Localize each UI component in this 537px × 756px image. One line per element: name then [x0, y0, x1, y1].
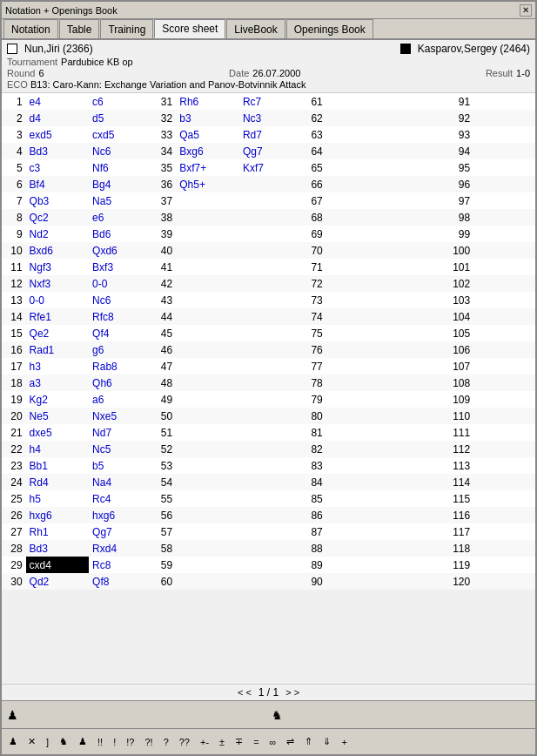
move-black3-66[interactable]: [387, 176, 449, 192]
move-white4-108[interactable]: [473, 375, 535, 391]
move-white4-115[interactable]: [473, 490, 535, 507]
move-white-6[interactable]: Bf4: [26, 176, 90, 192]
move-white4-99[interactable]: [473, 226, 535, 242]
move-white3-65[interactable]: [326, 159, 388, 176]
move-white4-106[interactable]: [473, 341, 535, 358]
move-black2-36[interactable]: [239, 176, 302, 192]
move-black3-63[interactable]: [387, 126, 449, 143]
tab-training[interactable]: Training: [100, 19, 153, 38]
move-white3-83[interactable]: [326, 457, 388, 474]
move-white4-102[interactable]: [473, 275, 535, 292]
move-white4-120[interactable]: [473, 573, 535, 590]
move-black2-59[interactable]: [239, 557, 302, 573]
move-white2-32[interactable]: b3: [176, 110, 239, 126]
move-white2-41[interactable]: [176, 259, 239, 275]
move-white2-33[interactable]: Qa5: [176, 126, 239, 143]
move-black2-48[interactable]: [239, 375, 302, 391]
move-white2-36[interactable]: Qh5+: [176, 176, 239, 192]
move-white2-40[interactable]: [176, 242, 239, 259]
move-white-25[interactable]: h5: [26, 490, 90, 507]
move-white4-97[interactable]: [473, 192, 535, 209]
move-white2-50[interactable]: [176, 408, 239, 424]
move-white2-47[interactable]: [176, 358, 239, 375]
move-black-5[interactable]: Nf6: [89, 159, 152, 176]
move-white4-95[interactable]: [473, 159, 535, 176]
move-black2-32[interactable]: Nc3: [239, 110, 302, 126]
move-black2-40[interactable]: [239, 242, 302, 259]
move-white4-98[interactable]: [473, 209, 535, 226]
move-black-18[interactable]: Qh6: [89, 375, 152, 391]
move-white-17[interactable]: h3: [26, 358, 90, 375]
move-white2-59[interactable]: [176, 557, 239, 573]
move-white3-77[interactable]: [326, 358, 388, 375]
move-white3-86[interactable]: [326, 507, 388, 523]
move-white-13[interactable]: 0-0: [26, 292, 90, 308]
move-black-25[interactable]: Rc4: [89, 490, 152, 507]
move-white2-52[interactable]: [176, 441, 239, 457]
move-black2-35[interactable]: Kxf7: [239, 159, 302, 176]
move-white-5[interactable]: c3: [26, 159, 90, 176]
move-black-19[interactable]: a6: [89, 391, 152, 408]
move-white2-38[interactable]: [176, 209, 239, 226]
move-black2-33[interactable]: Rd7: [239, 126, 302, 143]
move-black2-38[interactable]: [239, 209, 302, 226]
move-white-8[interactable]: Qc2: [26, 209, 90, 226]
move-black2-55[interactable]: [239, 490, 302, 507]
move-black-17[interactable]: Rab8: [89, 358, 152, 375]
move-black-11[interactable]: Bxf3: [89, 259, 152, 275]
move-white3-61[interactable]: [326, 93, 388, 110]
first-page-button[interactable]: < <: [238, 687, 252, 698]
move-white-11[interactable]: Ngf3: [26, 259, 90, 275]
move-black-13[interactable]: Nc6: [89, 292, 152, 308]
move-black3-86[interactable]: [387, 507, 449, 523]
move-white3-73[interactable]: [326, 292, 388, 308]
move-black-21[interactable]: Nd7: [89, 424, 152, 441]
move-white2-49[interactable]: [176, 391, 239, 408]
move-white4-100[interactable]: [473, 242, 535, 259]
move-white4-109[interactable]: [473, 391, 535, 408]
x-btn[interactable]: ✕: [24, 734, 39, 749]
move-black-28[interactable]: Rxd4: [89, 540, 152, 557]
move-white2-39[interactable]: [176, 226, 239, 242]
move-black3-79[interactable]: [387, 391, 449, 408]
move-black3-65[interactable]: [387, 159, 449, 176]
move-white2-44[interactable]: [176, 308, 239, 325]
move-white3-68[interactable]: [326, 209, 388, 226]
move-black-8[interactable]: e6: [89, 209, 152, 226]
move-white-1[interactable]: e4: [26, 93, 90, 110]
move-black3-71[interactable]: [387, 259, 449, 275]
move-white2-45[interactable]: [176, 325, 239, 341]
tab-openingsbook[interactable]: Openings Book: [286, 19, 373, 38]
move-white2-46[interactable]: [176, 341, 239, 358]
up-btn[interactable]: ⇑: [301, 734, 316, 749]
move-black-29[interactable]: Rc8: [89, 557, 152, 573]
move-black-1[interactable]: c6: [89, 93, 152, 110]
move-white2-31[interactable]: Rh6: [176, 93, 239, 110]
move-black2-34[interactable]: Qg7: [239, 143, 302, 159]
tab-scoresheet[interactable]: Score sheet: [154, 19, 225, 38]
pm-btn[interactable]: ±: [216, 735, 228, 749]
move-white-24[interactable]: Rd4: [26, 474, 90, 490]
move-white-29[interactable]: cxd4: [26, 557, 90, 573]
move-black3-85[interactable]: [387, 490, 449, 507]
move-black3-89[interactable]: [387, 557, 449, 573]
move-white3-84[interactable]: [326, 474, 388, 490]
move-white-9[interactable]: Nd2: [26, 226, 90, 242]
move-black2-46[interactable]: [239, 341, 302, 358]
move-white3-88[interactable]: [326, 540, 388, 557]
arrows-btn[interactable]: ⇌: [283, 734, 298, 749]
move-black3-80[interactable]: [387, 408, 449, 424]
move-white2-42[interactable]: [176, 275, 239, 292]
move-black3-74[interactable]: [387, 308, 449, 325]
plus-btn[interactable]: +: [338, 735, 350, 749]
down-btn[interactable]: ⇓: [319, 734, 334, 749]
move-black3-70[interactable]: [387, 242, 449, 259]
move-black-7[interactable]: Na5: [89, 192, 152, 209]
plus-minus-btn[interactable]: +-: [197, 735, 212, 749]
move-white2-43[interactable]: [176, 292, 239, 308]
move-white-20[interactable]: Ne5: [26, 408, 90, 424]
move-black-9[interactable]: Bd6: [89, 226, 152, 242]
move-white3-74[interactable]: [326, 308, 388, 325]
move-black-22[interactable]: Nc5: [89, 441, 152, 457]
close-button[interactable]: ✕: [520, 4, 532, 17]
